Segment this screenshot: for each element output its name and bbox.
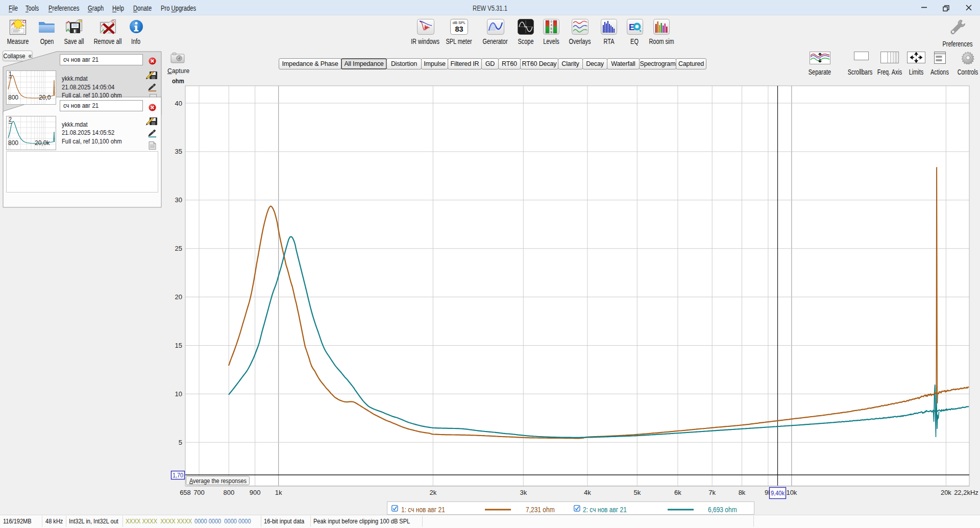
svg-text:40: 40 bbox=[175, 100, 182, 107]
svg-text:10: 10 bbox=[175, 390, 182, 398]
svg-text:700: 700 bbox=[193, 489, 205, 496]
svg-text:1k: 1k bbox=[275, 489, 282, 496]
svg-text:1,70: 1,70 bbox=[173, 472, 183, 479]
svg-text:658: 658 bbox=[180, 489, 191, 496]
svg-text:2k: 2k bbox=[429, 489, 436, 496]
svg-text:9,40k: 9,40k bbox=[771, 490, 785, 497]
svg-text:Average the responses: Average the responses bbox=[189, 477, 247, 485]
svg-text:7k: 7k bbox=[708, 489, 716, 496]
svg-text:22,2kHz: 22,2kHz bbox=[954, 489, 978, 496]
svg-text:25: 25 bbox=[175, 245, 182, 252]
svg-text:30: 30 bbox=[175, 196, 182, 204]
svg-text:15: 15 bbox=[175, 342, 182, 349]
svg-text:20k: 20k bbox=[941, 489, 951, 496]
svg-text:8k: 8k bbox=[739, 489, 746, 496]
svg-text:6k: 6k bbox=[674, 489, 681, 496]
svg-text:10k: 10k bbox=[786, 489, 797, 496]
svg-text:35: 35 bbox=[175, 148, 182, 155]
svg-text:3k: 3k bbox=[520, 489, 527, 496]
svg-text:4k: 4k bbox=[584, 489, 591, 496]
svg-text:800: 800 bbox=[223, 489, 234, 496]
svg-text:900: 900 bbox=[250, 489, 261, 496]
svg-text:5k: 5k bbox=[633, 489, 641, 496]
svg-text:20: 20 bbox=[175, 293, 182, 301]
svg-text:5: 5 bbox=[179, 439, 182, 446]
